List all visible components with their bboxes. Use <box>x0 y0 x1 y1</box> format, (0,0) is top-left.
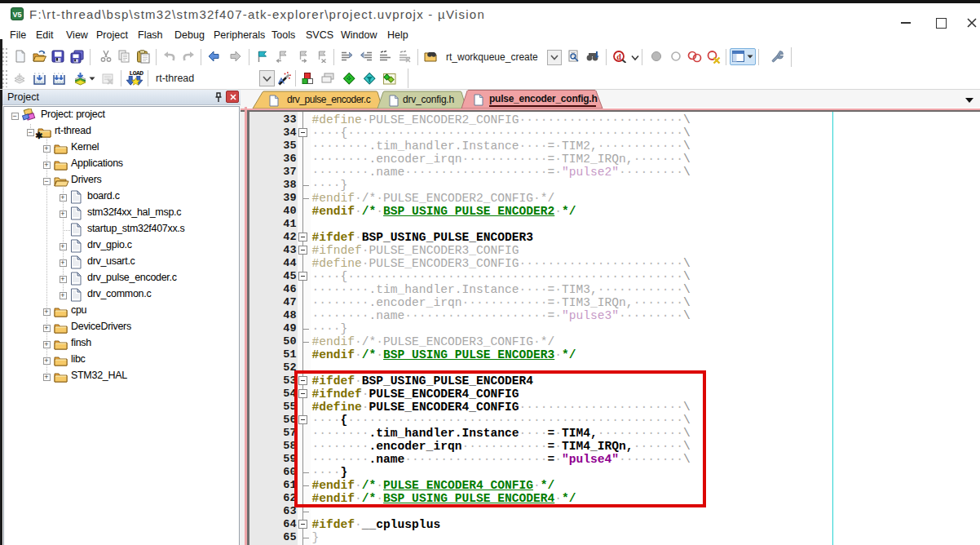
svg-text:d: d <box>616 52 621 61</box>
svg-text:V5: V5 <box>12 11 21 19</box>
